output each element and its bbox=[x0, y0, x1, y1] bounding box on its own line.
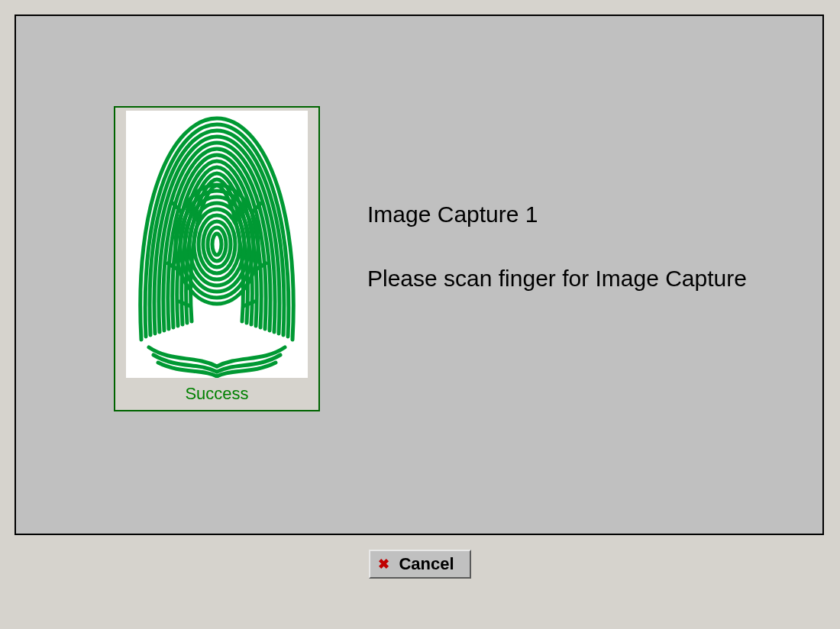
main-panel: Success Image Capture 1 Please scan fing… bbox=[15, 15, 824, 535]
close-icon: ✖ bbox=[378, 557, 389, 571]
svg-point-8 bbox=[212, 234, 221, 255]
capture-title: Image Capture 1 bbox=[367, 202, 538, 227]
fingerprint-capture-box: Success bbox=[114, 106, 320, 411]
fingerprint-icon bbox=[126, 111, 308, 378]
fingerprint-image-area bbox=[126, 111, 308, 378]
capture-instruction: Please scan finger for Image Capture bbox=[367, 266, 747, 292]
cancel-button-label: Cancel bbox=[399, 554, 454, 574]
capture-status-label: Success bbox=[115, 384, 318, 404]
cancel-button[interactable]: ✖ Cancel bbox=[369, 550, 470, 579]
dialog-footer: ✖ Cancel bbox=[0, 550, 840, 579]
